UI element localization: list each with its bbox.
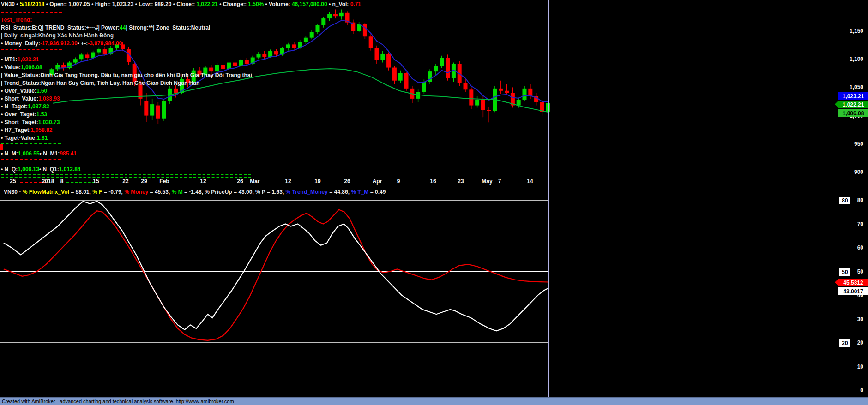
- header-segment: 5/18/2018: [20, 1, 44, 7]
- indicator-line-segment: 1,006.55: [18, 150, 40, 157]
- indicator-line: • Value:1,006.08: [1, 64, 42, 71]
- header-segment: VN30: [1, 1, 15, 7]
- candle-body: [85, 54, 89, 58]
- footer-text: Created with AmiBroker - advanced charti…: [0, 399, 234, 404]
- date-axis-label: 29: [141, 178, 147, 185]
- candle-body: [363, 24, 367, 36]
- y-axis-tick-label: 950: [854, 141, 863, 147]
- separator-dashes: [66, 182, 95, 183]
- candle-body: [392, 68, 397, 81]
- indicator-line-segment: • Taget-Value:: [1, 135, 37, 141]
- indicator-line-segment: • N_M1:: [40, 150, 60, 157]
- candle-body: [517, 100, 521, 105]
- chart-canvas[interactable]: [0, 0, 868, 405]
- separator-dashes: [1, 49, 62, 50]
- pane2-title-segment: % M: [172, 189, 183, 195]
- date-axis-label: Apr: [373, 178, 382, 185]
- candle-body: [162, 101, 166, 119]
- indicator-line: • Short_Taget:1,030.73: [1, 119, 60, 125]
- separator-dashes: [1, 12, 62, 13]
- pane2-title-segment: VN30 -: [4, 189, 23, 195]
- indicator-line-segment: • N_Q:: [1, 166, 18, 173]
- indicator-line: Test_Trend:: [1, 17, 32, 23]
- date-axis-label: 19: [314, 178, 320, 185]
- indicator-line: • Taget-Value:1.81: [1, 135, 48, 141]
- indicator-line-segment: • MT1:: [1, 56, 18, 63]
- footer-bar: Created with AmiBroker - advanced charti…: [0, 397, 868, 405]
- candle-body: [310, 32, 314, 37]
- indicator-line-segment: | Strong:**| Zone_Status:Neutral: [126, 24, 210, 31]
- indicator-line-segment: • +-:: [78, 40, 88, 47]
- y-axis-tick-label: 50: [857, 268, 863, 275]
- y-axis-tick-label: 10: [857, 363, 863, 370]
- candle-body: [316, 25, 320, 32]
- candle-body: [475, 100, 479, 105]
- indicator-line-segment: • Value:: [1, 64, 21, 71]
- date-axis-label: 26: [237, 178, 243, 185]
- pane2-title-segment: % Trend_Money: [286, 189, 328, 195]
- date-axis-label: 9: [397, 178, 400, 185]
- pane2-title-segment: % F: [92, 189, 102, 195]
- date-axis-label: 12: [285, 178, 291, 185]
- level-badge: 80: [839, 197, 850, 204]
- separator-dashes: [1, 159, 61, 160]
- indicator-line-segment: 1,012.84: [59, 166, 81, 173]
- y-axis-tick-label: 900: [854, 169, 863, 175]
- indicator-line-segment: 44: [120, 24, 126, 31]
- candle-body: [481, 100, 485, 110]
- level-badge: 20: [839, 339, 850, 347]
- date-axis-label: Feb: [159, 178, 169, 185]
- indicator-line: | Value_Status:Đinh Gia Tang Truong. Đâu…: [1, 72, 252, 78]
- money-oscillator-line: [4, 210, 549, 340]
- candle-body: [398, 73, 403, 81]
- candle-body: [239, 60, 243, 66]
- y-axis-tick-label: 1,100: [850, 56, 863, 62]
- candle-body: [174, 89, 178, 93]
- priceup-badge: 43.0017: [838, 287, 868, 295]
- y-axis-tick-label: 60: [857, 244, 863, 251]
- header-segment: • Volume:: [264, 1, 292, 7]
- close-badge: 1,022.21: [838, 101, 868, 108]
- candle-body: [209, 68, 213, 72]
- candle-body: [274, 51, 278, 54]
- money-badge: 45.5312: [838, 279, 868, 286]
- indicator-line-segment: • N_M:: [1, 150, 18, 157]
- pane2-title-segment: % P: [255, 189, 265, 195]
- mt1-badge: 1,023.21: [838, 92, 868, 100]
- indicator-line-segment: | Trend_Status:Ngan Han Suy Giam, Tich L…: [1, 80, 199, 86]
- pane2-title-segment: = 0.49: [368, 189, 386, 195]
- date-axis-label: 7: [498, 178, 501, 185]
- candle-body: [499, 89, 503, 91]
- indicator-line-segment: • H7_Taget:: [1, 127, 31, 133]
- indicator-line-segment: • Money_Daily:: [1, 40, 40, 47]
- pane2-title-segment: % T_M: [351, 189, 368, 195]
- candle-body: [233, 63, 237, 66]
- candle-body: [257, 54, 261, 58]
- indicator-line-segment: -3,079,984.00: [88, 40, 122, 47]
- header-segment: •: [15, 1, 20, 7]
- candle-body: [469, 89, 473, 105]
- date-axis-label: 14: [527, 178, 533, 185]
- candle-body: [327, 14, 332, 18]
- level-badge: 50: [839, 268, 850, 276]
- date-axis-label: 22: [122, 178, 128, 185]
- indicator-line-segment: • Short_Value:: [1, 95, 38, 102]
- candle-body: [262, 54, 266, 57]
- indicator-line: • Over_Value:1.60: [1, 88, 47, 94]
- y-axis-tick-label: 1,150: [850, 28, 863, 34]
- date-axis-label: 26: [344, 178, 350, 185]
- candle-body: [292, 44, 296, 48]
- indicator-line-segment: 1.53: [36, 111, 47, 118]
- indicator-line-segment: • N_Taget:: [1, 103, 28, 110]
- candle-body: [73, 59, 78, 62]
- candle-body: [103, 49, 107, 54]
- indicator-line-segment: 985.41: [60, 150, 77, 157]
- candle-body: [150, 104, 154, 115]
- indicator-line: • H7_Taget:1,058.82: [1, 127, 52, 133]
- y-axis-tick-label: 30: [857, 316, 863, 322]
- candle-body: [375, 48, 379, 60]
- header-segment: 1,022.21: [196, 1, 218, 7]
- date-axis-label: May: [482, 178, 492, 185]
- indicator-line: • MT1:1,023.21: [1, 56, 39, 63]
- indicator-line: • Over_Taget:1.53: [1, 111, 47, 118]
